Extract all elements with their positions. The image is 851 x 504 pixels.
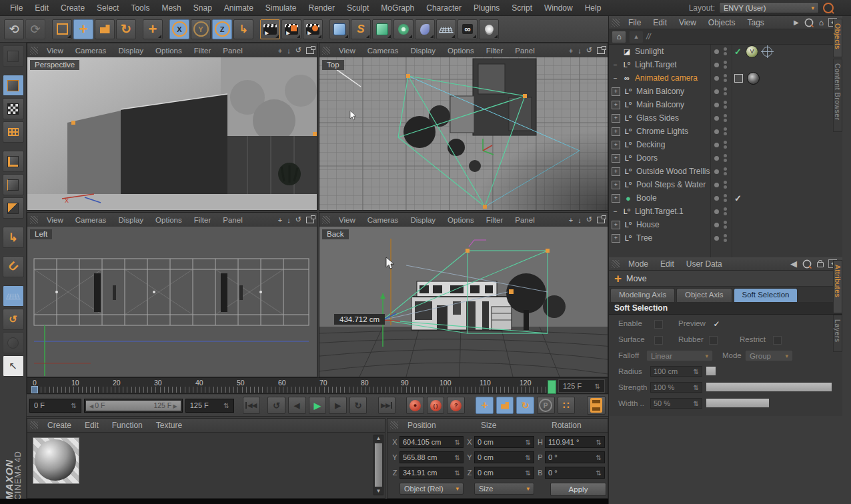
viewport-menu-view[interactable]: View [333, 216, 361, 224]
lock-icon[interactable] [817, 262, 824, 267]
last-tool-button[interactable]: + [143, 19, 163, 39]
viewport-zoom-icon[interactable]: ↓ [578, 216, 582, 224]
key-position-toggle[interactable]: + [476, 397, 494, 414]
coordinate-mode-dropdown[interactable]: Object (Rel)▾ [399, 483, 464, 495]
viewport-menu-options[interactable]: Options [149, 216, 188, 224]
tab-object-axis[interactable]: Object Axis [676, 288, 732, 302]
expand-icon[interactable]: + [612, 167, 620, 176]
workplane-mode-button[interactable] [3, 121, 24, 143]
viewport-menu-filter[interactable]: Filter [188, 216, 217, 224]
expand-icon[interactable] [612, 48, 619, 55]
goto-start-button[interactable]: ◀◀ [243, 397, 261, 414]
play-button[interactable]: ▶ [309, 397, 327, 414]
menu-simulate[interactable]: Simulate [259, 3, 303, 13]
viewport-pan-icon[interactable]: + [569, 47, 573, 55]
layer-dot[interactable] [714, 143, 719, 147]
workplane-align-button[interactable]: ↺ [3, 309, 24, 330]
object-row-decking[interactable]: + L⁰ Decking [609, 138, 842, 151]
playhead[interactable] [31, 386, 38, 393]
expand-icon[interactable]: – [612, 61, 619, 69]
key-rotation-toggle[interactable]: ↻ [516, 397, 534, 414]
panel-grip-icon[interactable] [30, 421, 38, 429]
viewport-menu-options[interactable]: Options [149, 47, 188, 55]
enabled-check-icon[interactable]: ✓ [734, 193, 742, 203]
camera-tag-icon[interactable] [747, 72, 760, 85]
om-menu-objects[interactable]: Objects [702, 18, 742, 27]
render-to-picture-viewer-button[interactable] [281, 19, 301, 39]
viewport-menu-cameras[interactable]: Cameras [361, 216, 405, 224]
panel-grip-icon[interactable] [612, 19, 620, 27]
mode-dropdown[interactable]: Group▾ [745, 350, 793, 361]
at-menu-edit[interactable]: Edit [654, 259, 680, 269]
viewport-pan-icon[interactable]: + [278, 47, 282, 55]
viewport-menu-display[interactable]: Display [404, 47, 442, 55]
viewport-maximize-icon[interactable] [597, 217, 605, 223]
material-scrollbar[interactable]: ▲ ▼ [373, 435, 383, 495]
tab-modeling-axis[interactable]: Modeling Axis [610, 288, 675, 302]
menu-sculpt[interactable]: Sculpt [341, 3, 375, 13]
z-axis-button[interactable]: Z [212, 19, 232, 39]
tab-attributes-vertical[interactable]: Attributes [833, 260, 842, 313]
spinner-icon[interactable]: ⇅ [595, 383, 600, 390]
viewport-menu-display[interactable]: Display [404, 216, 442, 224]
menu-tools[interactable]: Tools [125, 3, 155, 13]
object-row-main-balcony-1[interactable]: + L⁰ Main Balcony [609, 85, 842, 98]
visibility-toggles[interactable] [724, 221, 727, 229]
material-thumbnail[interactable] [33, 437, 79, 484]
expand-icon[interactable]: + [612, 234, 620, 243]
viewport-menu-options[interactable]: Options [442, 47, 480, 55]
preview-range-slider[interactable]: ◀ 0 F125 F ▶ [84, 399, 183, 413]
object-row-outside-wood-trellis[interactable]: + L⁰ Outside Wood Trellis [609, 165, 842, 178]
scroll-up-icon[interactable]: ▲ [374, 435, 383, 442]
width-field[interactable]: 50 %⇅ [650, 398, 702, 409]
key-scale-toggle[interactable] [496, 397, 514, 414]
current-frame-field[interactable]: 0 F⇅ [29, 399, 81, 413]
viewport-menu-panel[interactable]: Panel [509, 47, 540, 55]
viewport-menu-cameras[interactable]: Cameras [361, 47, 405, 55]
layer-dot[interactable] [714, 103, 719, 107]
layer-dot[interactable] [714, 129, 719, 134]
path-up-button[interactable]: ▲ [629, 31, 644, 43]
om-menu-tags[interactable]: Tags [742, 18, 770, 27]
visibility-toggles[interactable] [724, 141, 727, 149]
position-z-field[interactable]: 341.91 cm⇅ [399, 467, 464, 479]
at-menu-mode[interactable]: Mode [622, 259, 654, 269]
history-back-icon[interactable]: ◀ [790, 259, 797, 269]
scale-tool-button[interactable] [95, 19, 115, 39]
menu-window[interactable]: Window [538, 3, 579, 13]
render-settings-button[interactable] [303, 19, 323, 39]
add-cube-button[interactable] [329, 19, 349, 39]
at-menu-user-data[interactable]: User Data [680, 259, 728, 269]
visibility-toggles[interactable] [724, 234, 727, 242]
previous-frame-button[interactable]: ◀ [288, 397, 306, 414]
expand-icon[interactable]: + [612, 87, 620, 96]
panel-grip-icon[interactable] [30, 47, 38, 55]
object-row-boole[interactable]: + ● Boole ✓ [609, 191, 842, 205]
position-x-field[interactable]: 604.105 cm⇅ [399, 436, 464, 448]
viewport-menu-panel[interactable]: Panel [509, 216, 540, 224]
search-icon[interactable] [804, 18, 813, 27]
visibility-toggles[interactable] [724, 101, 727, 109]
layer-dot[interactable] [714, 89, 719, 94]
x-axis-button[interactable]: X [169, 19, 189, 39]
expand-icon[interactable]: + [612, 221, 620, 229]
viewport-rotate-icon[interactable]: ↺ [586, 215, 592, 224]
y-axis-button[interactable]: Y [191, 19, 211, 39]
add-light-button[interactable] [479, 19, 499, 39]
menu-help[interactable]: Help [579, 3, 608, 13]
apply-button[interactable]: Apply [550, 483, 606, 496]
menu-mesh[interactable]: Mesh [155, 3, 187, 13]
render-view-button[interactable] [260, 19, 280, 39]
menu-select[interactable]: Select [91, 3, 125, 13]
add-camera-button[interactable]: ∞ [458, 19, 478, 39]
om-menu-view[interactable]: View [673, 18, 702, 27]
visibility-toggles[interactable] [724, 167, 727, 175]
layer-dot[interactable] [714, 169, 719, 174]
move-tool-button[interactable]: + [73, 19, 93, 39]
position-y-field[interactable]: 565.88 cm⇅ [399, 451, 464, 463]
autokey-button[interactable]: ( ) [427, 397, 445, 414]
visibility-toggles[interactable] [724, 181, 727, 189]
expand-icon[interactable]: + [612, 127, 620, 136]
viewport-rotate-icon[interactable]: ↺ [295, 46, 301, 55]
material-menu-texture[interactable]: Texture [149, 421, 189, 430]
